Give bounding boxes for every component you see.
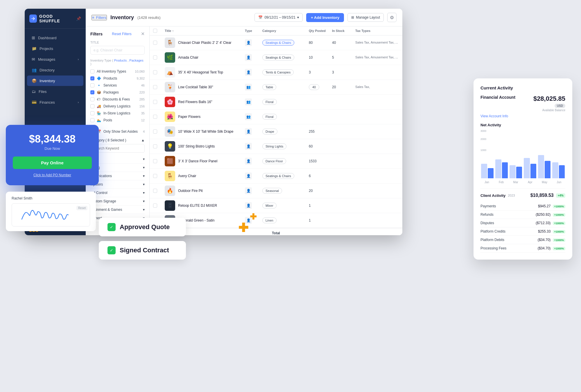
checkbox-delivery[interactable]: [90, 104, 94, 108]
filter-dropdown-entertainment[interactable]: ...tainment & Games ▾: [90, 206, 145, 214]
sidebar-item-finances[interactable]: 💳 Finances ›: [27, 97, 83, 107]
sidebar-item-projects[interactable]: 📁 Projects: [27, 43, 83, 54]
table-row[interactable]: 🍹 Low Cocktail Table 30" 👥 Table 40 20 S…: [150, 80, 402, 95]
chart-bar-group-feb: [495, 159, 508, 178]
row-checkbox[interactable]: [153, 41, 157, 45]
table-row[interactable]: 🌸 Red Flowers Balls 16" 👥 Floral: [150, 95, 402, 109]
signature-area[interactable]: Reset: [12, 203, 90, 226]
table-row[interactable]: 🌺 Paper Flowers 👥 Floral: [150, 109, 402, 124]
filter-services[interactable]: 🔹 Services 46: [90, 82, 145, 89]
row-checkbox[interactable]: [153, 55, 157, 60]
add-po-link[interactable]: Click to Add PO Number: [13, 173, 92, 177]
table-row[interactable]: 🔥 Outdoor Fire Pit 👤 Seasonal 20: [150, 184, 402, 198]
row-checkbox[interactable]: [153, 70, 157, 74]
grid-icon: ⊞: [351, 15, 354, 19]
filter-packages[interactable]: 📦 Packages 220: [90, 89, 145, 96]
available-balance-label: Available Balance: [542, 109, 565, 112]
filter-dropdown-control[interactable]: ...d Control ▾: [90, 189, 145, 197]
sidebar-item-dashboard[interactable]: ⊞ Dashboard: [27, 33, 83, 43]
filter-services-label: Services: [103, 83, 117, 87]
product-cell: 🌸 Red Flowers Balls 16": [165, 97, 245, 107]
add-inventory-button[interactable]: + Add Inventory: [306, 13, 344, 22]
product-thumbnail: 🎭: [165, 126, 175, 137]
table-row[interactable]: 🌿 Amada Chair 👤 Seatings & Chairs 10 5 S…: [150, 50, 402, 65]
title-column-header[interactable]: Title ↑: [165, 29, 245, 33]
sidebar-item-messages[interactable]: ✉ Messages ›: [27, 54, 83, 64]
date-range-button[interactable]: 📅 09/12/21 – 09/15/21 ▾: [254, 13, 303, 22]
checkbox-discounts[interactable]: [90, 97, 94, 101]
view-account-link[interactable]: View Account Info: [480, 114, 565, 118]
filter-delivery[interactable]: 🚚 Delivery Logistics 156: [90, 103, 145, 110]
product-name: Amada Chair: [178, 55, 198, 60]
sidebar-item-files[interactable]: 🗂 Files: [27, 86, 83, 97]
platform-credits-label: Platform Credits: [480, 229, 505, 233]
table-row[interactable]: 🎛 Reloop ELITE DJ MIXER 👤 Mixer 1: [150, 198, 402, 213]
chart-bar-light: [495, 159, 501, 178]
sidebar-item-label: Finances: [40, 100, 55, 105]
client-activity-row: Client Activity 2023 $10,859.53 +4%: [480, 193, 565, 198]
table-row[interactable]: 🪑 Chiavari Chair Plastic 2' 2' 4' Clear …: [150, 35, 402, 50]
row-checkbox[interactable]: [153, 100, 157, 104]
client-activity-amount: $10,859.53: [530, 193, 554, 198]
checkbox-services[interactable]: [90, 83, 94, 87]
filter-discounts[interactable]: 🏷 Discounts & Fees 285: [90, 96, 145, 103]
row-checkbox[interactable]: [153, 130, 157, 134]
type-icon: 👤: [245, 69, 252, 76]
sidebar-item-inventory[interactable]: 📦 Inventory: [27, 75, 83, 86]
settings-button[interactable]: ⚙: [387, 13, 397, 22]
manage-layout-button[interactable]: ⊞ Manage Layout: [347, 13, 384, 22]
row-checkbox[interactable]: [153, 174, 157, 178]
table-header: Title ↑ Type Category Qty Posted In Stoc…: [150, 26, 402, 35]
table-row[interactable]: 🎭 10' Wide X 10' Tall White Silk Drape 👤…: [150, 124, 402, 139]
signature-widget: Rachel Smith Reset: [6, 192, 96, 231]
table-row[interactable]: 🪑 Avery Chair 👤 Seatings & Chairs 6: [150, 169, 402, 184]
manage-layout-label: Manage Layout: [356, 15, 380, 19]
product-cell: 🪑 Avery Chair: [165, 171, 245, 181]
checkbox-packages[interactable]: [90, 90, 94, 94]
row-checkbox[interactable]: [153, 204, 157, 208]
row-checkbox[interactable]: [153, 189, 157, 193]
table-row[interactable]: 🟢 Esmerald Green - Satin 👤 Linen 1: [150, 213, 402, 228]
sidebar-item-directory[interactable]: 👥 Directory: [27, 65, 83, 75]
title-filter-input[interactable]: [90, 46, 145, 55]
financial-account-row: Financial Account $28,025.85: [480, 95, 565, 103]
filters-button[interactable]: ≡ Filters: [92, 15, 107, 20]
checkbox-products[interactable]: [90, 76, 94, 80]
page-title: Inventory: [110, 15, 134, 21]
filter-all-types[interactable]: All Inventory Types 10,060: [90, 68, 145, 75]
signature-reset-button[interactable]: Reset: [76, 206, 87, 210]
signature-name: Rachel Smith: [12, 196, 90, 200]
filter-pools[interactable]: 🏊 Pools 12: [90, 117, 145, 124]
filter-pools-label: Pools: [103, 118, 112, 122]
status-badges-container: ✓ Approved Quote ✓ Signed Contract: [99, 218, 186, 260]
table-row[interactable]: ⛺ 35' X 40' Hexagonal Tent Top 👤 Tents &…: [150, 65, 402, 80]
select-all-checkbox[interactable]: [153, 29, 157, 33]
metric-row-disputes: Disputes ($712.33) +1000%: [480, 219, 565, 227]
checkbox-pools[interactable]: [90, 118, 94, 122]
product-cell: 🌿 Amada Chair: [165, 52, 245, 63]
filter-dropdown-signage[interactable]: Custom Signage ▾: [90, 197, 145, 206]
content-body: Filters Reset Filters ✕ Title Inventory …: [86, 26, 402, 235]
table-row[interactable]: 💡 100' String Bistro Lights 👤 String Lig…: [150, 139, 402, 154]
chart-labels: Jan Feb Mar Apr May Jun: [480, 181, 565, 184]
row-checkbox[interactable]: [153, 144, 157, 148]
row-checkbox[interactable]: [153, 85, 157, 89]
qty-value: 1: [309, 218, 332, 222]
filter-packages-count: 220: [139, 91, 145, 94]
pay-online-button[interactable]: Pay Online: [13, 157, 92, 169]
approved-quote-label: Approved Quote: [120, 223, 170, 231]
close-filters-button[interactable]: ✕: [141, 31, 145, 37]
reset-filters-button[interactable]: Reset Filters: [112, 32, 131, 36]
filter-instore[interactable]: 🏪 In-Store Logistics 35: [90, 110, 145, 117]
checkbox-instore[interactable]: [90, 111, 94, 115]
type-icon: 👥: [245, 84, 252, 91]
qty-value: 60: [309, 144, 332, 148]
product-thumbnail: 🪑: [165, 171, 175, 181]
row-checkbox[interactable]: [153, 115, 157, 119]
table-row[interactable]: 🟫 3' X 3' Dance Floor Panel 👤 Dance Floo…: [150, 154, 402, 169]
checkbox-all-types[interactable]: [90, 69, 94, 73]
chart-bar-group-jan: [481, 164, 494, 178]
row-checkbox[interactable]: [153, 159, 157, 163]
net-activity-chart: [480, 152, 565, 178]
filter-products[interactable]: 🔷 Products 9,302: [90, 75, 145, 82]
